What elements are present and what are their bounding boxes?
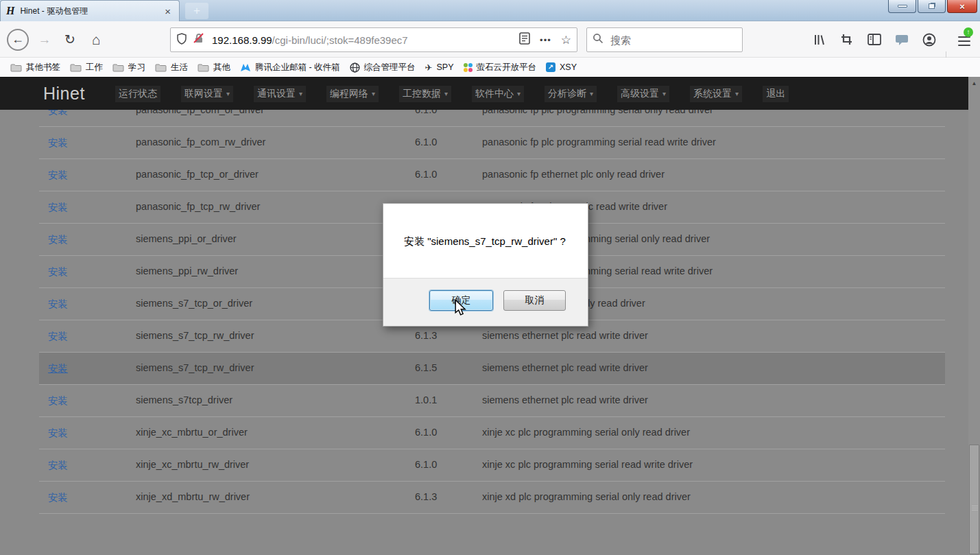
chat-icon[interactable] — [894, 32, 909, 47]
nav-item-network-settings[interactable]: 联网设置▾ — [181, 86, 233, 102]
table-row: 安装 siemens_s7tcp_driver 1.0.1 siemens et… — [39, 385, 945, 417]
table-row: 安装 xinje_xc_mbrtu_rw_driver 6.1.0 xinje … — [39, 449, 945, 482]
driver-name: xinje_xd_mbrtu_rw_driver — [136, 491, 250, 502]
close-window-button[interactable]: × — [947, 0, 977, 13]
driver-description: xinje xd plc programming serial only rea… — [482, 491, 691, 502]
install-link[interactable]: 安装 — [48, 201, 68, 214]
chevron-down-icon: ▾ — [662, 90, 666, 97]
restore-button[interactable] — [918, 0, 946, 13]
reader-mode-icon[interactable] — [519, 32, 530, 47]
navigation-toolbar: ← → ↻ ⌂ 192.168.9.99/cgi-bin/luci/;stok=… — [0, 21, 980, 58]
screenshot-icon[interactable] — [839, 32, 854, 47]
install-link[interactable]: 安装 — [48, 137, 68, 150]
nav-item-software-center[interactable]: 软件中心▾ — [472, 86, 524, 102]
tab-close-icon[interactable]: × — [162, 5, 174, 17]
table-row: 安装 panasonic_fp_com_or_driver 6.1.0 pana… — [39, 110, 945, 127]
table-row: 安装 panasonic_fp_tcp_or_driver 6.1.0 pana… — [39, 159, 945, 191]
url-bar[interactable]: 192.168.9.99/cgi-bin/luci/;stok=489fe39e… — [170, 27, 577, 52]
driver-name: siemens_s7_tcp_rw_driver — [136, 362, 254, 373]
page-actions-icon[interactable]: ••• — [540, 35, 551, 45]
back-button[interactable]: ← — [4, 21, 32, 58]
bookmark-spy[interactable]: ✈ SPY — [420, 60, 459, 74]
search-input[interactable] — [609, 34, 748, 47]
sidebar-icon[interactable] — [867, 32, 882, 47]
nav-item-industrial-data[interactable]: 工控数据▾ — [399, 86, 451, 102]
reload-button[interactable]: ↻ — [58, 21, 82, 58]
nav-item-programming-network[interactable]: 编程网络▾ — [326, 86, 379, 102]
install-link[interactable]: 安装 — [48, 459, 68, 472]
folder-icon — [155, 63, 167, 72]
browser-window: H Hinet - 驱动包管理 × + × ← → ↻ ⌂ — [0, 0, 980, 555]
install-link[interactable]: 安装 — [48, 169, 68, 182]
nav-item-system-settings[interactable]: 系统设置▾ — [690, 86, 742, 102]
site-nav: Hinet 运行状态 联网设置▾ 通讯设置▾ 编程网络▾ 工控数据▾ 软件中心▾… — [0, 77, 968, 110]
driver-name: panasonic_fp_com_rw_driver — [136, 137, 265, 147]
forward-button: → — [33, 21, 56, 58]
driver-version: 6.1.3 — [415, 491, 437, 502]
bookmark-folder-study[interactable]: 学习 — [108, 60, 150, 75]
shield-icon[interactable] — [176, 33, 187, 47]
bookmark-management-platform[interactable]: 综合管理平台 — [345, 60, 420, 75]
globe-icon — [350, 62, 360, 73]
nav-item-comm-settings[interactable]: 通讯设置▾ — [254, 86, 306, 102]
driver-name: xinje_xc_mbrtu_rw_driver — [136, 459, 249, 470]
nav-item-diagnostics[interactable]: 分析诊断▾ — [545, 86, 597, 102]
bookmark-label: 工作 — [86, 62, 103, 73]
scrollbar-thumb[interactable] — [969, 445, 979, 554]
bookmark-folder-work[interactable]: 工作 — [65, 60, 108, 75]
dialog-cancel-button[interactable]: 取消 — [503, 290, 566, 311]
scrollbar[interactable]: ▲ — [968, 77, 980, 555]
install-link[interactable]: 安装 — [48, 110, 68, 117]
home-button[interactable]: ⌂ — [84, 21, 108, 58]
driver-version: 6.1.0 — [415, 169, 437, 180]
browser-tab[interactable]: H Hinet - 驱动包管理 × — [0, 0, 180, 21]
driver-name: xinje_xc_mbrtu_or_driver — [136, 427, 248, 438]
install-link[interactable]: 安装 — [48, 427, 68, 440]
arrow-box-icon: ↗ — [546, 62, 555, 72]
install-link[interactable]: 安装 — [48, 265, 68, 279]
driver-name: panasonic_fp_com_or_driver — [136, 110, 264, 115]
bookmark-folder-misc[interactable]: 其他 — [193, 60, 235, 75]
color-dots-icon — [464, 63, 473, 72]
url-path: /cgi-bin/luci/;stok=489fe39ec7 — [272, 34, 408, 46]
back-icon: ← — [7, 29, 29, 51]
close-icon: × — [959, 2, 965, 11]
install-link[interactable]: 安装 — [48, 394, 68, 408]
install-link[interactable]: 安装 — [48, 362, 68, 375]
update-badge-icon: ↑ — [964, 27, 973, 37]
library-icon[interactable] — [812, 32, 827, 47]
bookmark-label: 腾讯企业邮箱 - 收件箱 — [255, 62, 340, 73]
account-icon[interactable] — [922, 32, 937, 47]
driver-version: 6.1.0 — [415, 427, 437, 438]
bookmark-ezviz-platform[interactable]: 萤石云开放平台 — [459, 60, 542, 75]
driver-version: 6.1.0 — [415, 110, 437, 115]
scrollbar-grip — [972, 506, 978, 512]
chevron-down-icon: ▾ — [372, 90, 375, 97]
nav-item-run-status[interactable]: 运行状态 — [115, 86, 160, 102]
bookmark-label: 综合管理平台 — [364, 62, 416, 73]
scroll-up-button[interactable]: ▲ — [968, 78, 980, 88]
nav-item-advanced-settings[interactable]: 高级设置▾ — [617, 86, 669, 102]
table-row: 安装 xinje_xc_mbrtu_or_driver 6.1.0 xinje … — [39, 417, 945, 449]
forward-icon: → — [38, 32, 51, 47]
driver-description: siemens ethernet plc read write driver — [482, 362, 648, 373]
install-link[interactable]: 安装 — [48, 298, 68, 311]
bookmark-tencent-mail[interactable]: 腾讯企业邮箱 - 收件箱 — [235, 60, 345, 75]
new-tab-button[interactable]: + — [185, 3, 208, 19]
install-link[interactable]: 安装 — [48, 491, 68, 504]
driver-name: siemens_s7_tcp_rw_driver — [136, 330, 254, 341]
insecure-lock-icon[interactable] — [193, 32, 205, 47]
install-link[interactable]: 安装 — [48, 233, 68, 246]
bookmark-xsy[interactable]: ↗ XSY — [541, 60, 582, 74]
bookmark-folder-other-bookmarks[interactable]: 其他书签 — [5, 60, 65, 75]
bookmark-star-icon[interactable]: ☆ — [561, 33, 571, 47]
driver-description: xinje xc plc programming serial only rea… — [482, 427, 690, 438]
nav-item-logout[interactable]: 退出 — [763, 86, 789, 102]
bookmark-folder-life[interactable]: 生活 — [150, 60, 193, 75]
window-controls: × — [888, 0, 977, 13]
search-bar[interactable] — [586, 27, 743, 52]
url-text[interactable]: 192.168.9.99/cgi-bin/luci/;stok=489fe39e… — [212, 34, 515, 46]
install-link[interactable]: 安装 — [48, 330, 68, 343]
minimize-button[interactable] — [888, 0, 916, 13]
driver-name: panasonic_fp_tcp_or_driver — [136, 169, 259, 180]
